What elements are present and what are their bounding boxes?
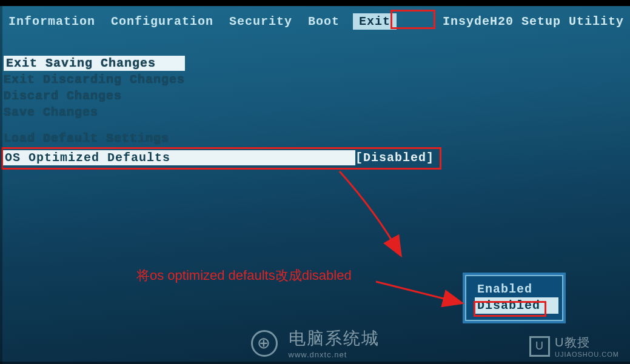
watermark-right: U U教授 UJIAOSHOU.COM [529,334,619,358]
row-label: OS Optimized Defaults [2,150,355,165]
annotation-text: 将os optimized defaults改成disabled [136,266,352,285]
menu-boot[interactable]: Boot [306,13,342,30]
watermark-center: 电脑系统城 www.dnxtc.net [289,327,380,359]
frame-edge [0,362,630,364]
menu-exit[interactable]: Exit [353,13,397,30]
opt-exit-discarding[interactable]: Exit Discarding Changes [4,72,185,87]
watermark-sub: www.dnxtc.net [289,350,380,359]
opt-discard-changes[interactable]: Discard Changes [4,88,185,104]
opt-save-changes[interactable]: Save Changes [4,105,185,120]
watermark-right-text: U教授 UJIAOSHOU.COM [555,334,619,358]
opt-load-defaults[interactable]: Load Default Settings [4,131,185,146]
watermark-right-sub: UJIAOSHOU.COM [555,351,619,358]
watermark-right-icon: U [529,336,550,357]
bios-screen: Information Configuration Security Boot … [0,0,630,364]
watermark: ⊕ 电脑系统城 www.dnxtc.net U U教授 UJIAOSHOU.CO… [0,327,630,359]
row-value: [Disabled] [355,151,439,165]
frame-edge [0,0,630,6]
menu-configuration[interactable]: Configuration [109,13,216,30]
list-gap [4,121,185,130]
watermark-title: 电脑系统城 [289,327,380,350]
watermark-right-label: U教授 [555,334,619,351]
exit-options-list: Exit Saving Changes Exit Discarding Chan… [4,56,185,146]
opt-exit-saving[interactable]: Exit Saving Changes [4,56,185,71]
frame-edge [0,0,2,364]
menu-information[interactable]: Information [6,13,98,30]
menu-bar: Information Configuration Security Boot … [6,13,624,30]
menu-security[interactable]: Security [227,13,295,30]
popup-option-enabled[interactable]: Enabled [475,281,558,297]
popup-option-disabled[interactable]: Disabled [475,297,558,314]
row-os-optimized-defaults[interactable]: OS Optimized Defaults [Disabled] [2,150,439,165]
bios-brand: InsydeH20 Setup Utility [443,15,624,28]
value-popup[interactable]: Enabled Disabled [463,273,566,323]
watermark-logo-icon: ⊕ [251,330,278,357]
